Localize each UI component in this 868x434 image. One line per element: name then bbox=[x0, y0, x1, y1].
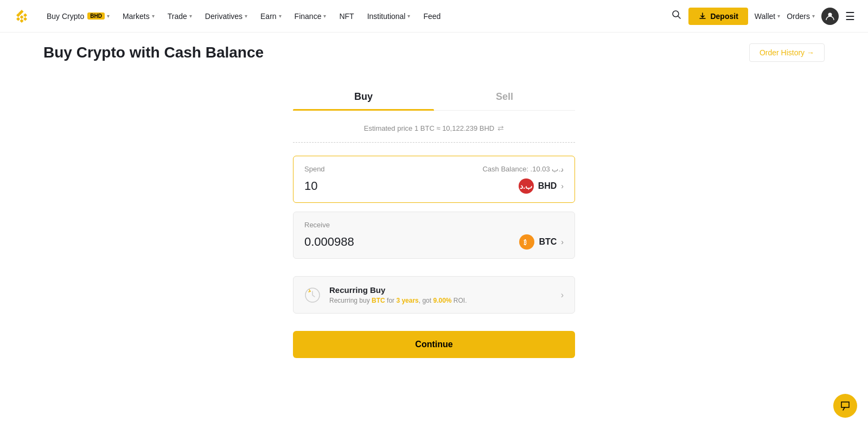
deposit-button[interactable]: Deposit bbox=[688, 8, 748, 25]
spend-label-row: Spend Cash Balance: .10.03 د.ب bbox=[304, 165, 564, 173]
receive-currency-selector[interactable]: ₿ BTC › bbox=[519, 234, 564, 250]
spend-label: Spend bbox=[304, 165, 325, 173]
nav-right: Deposit Wallet ▾ Orders ▾ ☰ bbox=[671, 8, 855, 25]
user-icon bbox=[825, 11, 835, 21]
nav-item-markets[interactable]: Markets ▾ bbox=[117, 9, 160, 24]
search-icon bbox=[671, 9, 682, 20]
hamburger-menu-button[interactable]: ☰ bbox=[845, 10, 855, 23]
nav-item-institutional[interactable]: Institutional ▾ bbox=[362, 9, 416, 24]
chevron-down-icon: ▾ bbox=[189, 13, 192, 19]
recurring-buy-card[interactable]: Recurring Buy Recurring buy BTC for 3 ye… bbox=[293, 276, 575, 314]
chevron-down-icon: ▾ bbox=[812, 13, 815, 19]
estimated-price-text: Estimated price 1 BTC ≈ 10,122.239 BHD bbox=[364, 124, 495, 132]
recurring-icon bbox=[304, 286, 322, 304]
bhd-icon: ب.د bbox=[519, 178, 534, 194]
btc-icon: ₿ bbox=[519, 234, 534, 250]
receive-label: Receive bbox=[304, 221, 330, 229]
nav-menu: Buy Crypto BHD ▾ Markets ▾ Trade ▾ Deriv… bbox=[41, 9, 671, 24]
spend-amount-input[interactable] bbox=[304, 179, 413, 193]
spend-card: Spend Cash Balance: .10.03 د.ب ب.د BHD › bbox=[293, 156, 575, 203]
spend-input-row: ب.د BHD › bbox=[304, 178, 564, 194]
page-title: Buy Crypto with Cash Balance bbox=[43, 44, 264, 61]
chat-bubble-button[interactable] bbox=[833, 394, 857, 418]
nav-item-nft[interactable]: NFT bbox=[334, 9, 359, 24]
nav-item-feed[interactable]: Feed bbox=[418, 9, 446, 24]
tab-sell[interactable]: Sell bbox=[434, 84, 575, 110]
nav-item-trade[interactable]: Trade ▾ bbox=[162, 9, 197, 24]
deposit-icon bbox=[698, 12, 707, 21]
recurring-buy-text: Recurring Buy Recurring buy BTC for 3 ye… bbox=[329, 285, 467, 304]
nav-item-buy-crypto[interactable]: Buy Crypto BHD ▾ bbox=[41, 9, 115, 24]
chevron-down-icon: ▾ bbox=[279, 13, 282, 19]
svg-text:₿: ₿ bbox=[524, 239, 527, 246]
recurring-buy-left: Recurring Buy Recurring buy BTC for 3 ye… bbox=[304, 285, 467, 304]
recurring-title: Recurring Buy bbox=[329, 285, 467, 295]
page-content: Buy Crypto with Cash Balance Order Histo… bbox=[0, 0, 868, 358]
bhd-badge: BHD bbox=[87, 12, 105, 20]
receive-label-row: Receive bbox=[304, 221, 564, 229]
refresh-icon[interactable]: ⇄ bbox=[497, 124, 504, 132]
buy-sell-form: Buy Sell Estimated price 1 BTC ≈ 10,122.… bbox=[293, 84, 575, 358]
binance-logo-icon bbox=[13, 8, 30, 25]
chevron-down-icon: ▾ bbox=[152, 13, 155, 19]
cash-balance-label: Cash Balance: .10.03 د.ب bbox=[482, 165, 564, 173]
chevron-down-icon: ▾ bbox=[323, 13, 326, 19]
tab-buy[interactable]: Buy bbox=[293, 84, 434, 110]
avatar[interactable] bbox=[821, 8, 839, 25]
chevron-down-icon: ▾ bbox=[777, 13, 780, 19]
nav-item-earn[interactable]: Earn ▾ bbox=[255, 9, 287, 24]
receive-amount-row: 0.000988 ₿ BTC › bbox=[304, 234, 564, 250]
chevron-right-icon: › bbox=[561, 238, 564, 246]
orders-button[interactable]: Orders ▾ bbox=[787, 12, 815, 21]
chevron-right-icon: › bbox=[561, 182, 564, 190]
receive-amount: 0.000988 bbox=[304, 235, 354, 249]
navbar: Buy Crypto BHD ▾ Markets ▾ Trade ▾ Deriv… bbox=[0, 0, 868, 33]
chevron-down-icon: ▾ bbox=[245, 13, 247, 19]
nav-item-derivatives[interactable]: Derivatives ▾ bbox=[200, 9, 253, 24]
wallet-button[interactable]: Wallet ▾ bbox=[755, 12, 780, 21]
order-history-button[interactable]: Order History → bbox=[749, 43, 825, 62]
estimated-price-bar: Estimated price 1 BTC ≈ 10,122.239 BHD ⇄ bbox=[293, 124, 575, 143]
receive-card: Receive 0.000988 ₿ BTC › bbox=[293, 212, 575, 259]
spend-currency-name: BHD bbox=[538, 181, 557, 191]
chevron-down-icon: ▾ bbox=[107, 13, 110, 19]
logo[interactable] bbox=[13, 8, 30, 25]
svg-point-1 bbox=[673, 11, 679, 17]
search-button[interactable] bbox=[671, 9, 682, 23]
tabs: Buy Sell bbox=[293, 84, 575, 111]
receive-currency-name: BTC bbox=[539, 237, 557, 247]
continue-button[interactable]: Continue bbox=[293, 331, 575, 358]
chevron-down-icon: ▾ bbox=[407, 13, 410, 19]
recurring-description: Recurring buy BTC for 3 years, got 9.00%… bbox=[329, 297, 467, 304]
chat-icon bbox=[839, 400, 851, 412]
spend-currency-selector[interactable]: ب.د BHD › bbox=[519, 178, 564, 194]
chevron-right-icon: › bbox=[561, 290, 564, 300]
nav-item-finance[interactable]: Finance ▾ bbox=[289, 9, 332, 24]
page-header: Buy Crypto with Cash Balance Order Histo… bbox=[43, 43, 825, 62]
